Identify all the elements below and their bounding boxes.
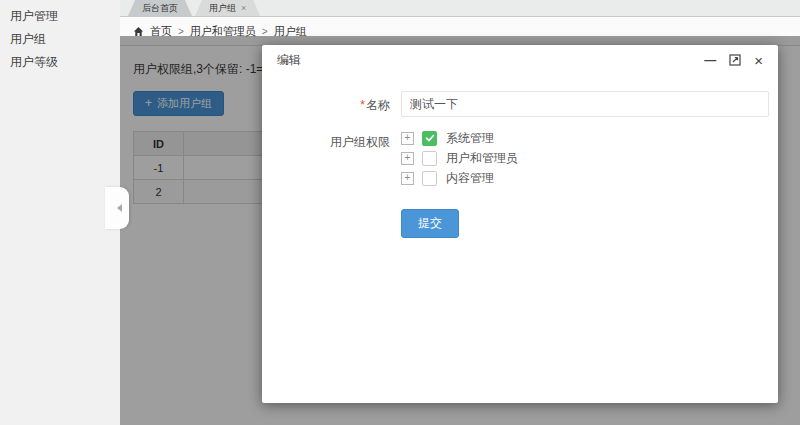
permissions-row: 用户组权限 + 系统管理 + 用户和管理员 + 内容管理 — [262, 128, 778, 188]
tree-label[interactable]: 系统管理 — [446, 130, 494, 147]
dialog-titlebar: 编辑 — × — [262, 45, 778, 75]
tree-node-content-management: + 内容管理 — [401, 168, 518, 188]
chevron-left-icon — [117, 204, 122, 212]
submit-button[interactable]: 提交 — [401, 209, 459, 238]
permissions-label: 用户组权限 — [262, 128, 390, 188]
edit-dialog: 编辑 — × *名称 用户组权限 + — [262, 45, 778, 403]
tab-close-icon[interactable]: × — [241, 3, 246, 13]
close-icon[interactable]: × — [754, 53, 763, 68]
tree-expand-icon[interactable]: + — [401, 132, 414, 145]
sidebar-item-user-management[interactable]: 用户管理 — [0, 5, 120, 28]
permission-tree: + 系统管理 + 用户和管理员 + 内容管理 — [401, 128, 518, 188]
tab-dashboard-label: 后台首页 — [142, 3, 178, 13]
tree-label[interactable]: 用户和管理员 — [446, 150, 518, 167]
name-label-text: 名称 — [366, 98, 390, 112]
dialog-controls: — × — [704, 53, 763, 68]
checkbox-system-management[interactable] — [422, 131, 437, 146]
tree-node-system: + 系统管理 — [401, 128, 518, 148]
name-input[interactable] — [401, 91, 769, 117]
sidebar-item-user-level[interactable]: 用户等级 — [0, 51, 120, 74]
name-field-row: *名称 — [262, 91, 778, 117]
tab-bar: 后台首页 用户组× — [120, 0, 800, 17]
tree-label[interactable]: 内容管理 — [446, 170, 494, 187]
maximize-icon[interactable] — [729, 54, 741, 66]
checkbox-users-admins[interactable] — [422, 151, 437, 166]
edit-form: *名称 用户组权限 + 系统管理 + 用户和管理员 — [262, 75, 778, 238]
required-mark: * — [360, 98, 365, 112]
sidebar: 用户管理 用户组 用户等级 — [0, 0, 120, 425]
checkbox-content-management[interactable] — [422, 171, 437, 186]
minimize-icon[interactable]: — — [704, 54, 716, 66]
check-icon — [425, 133, 435, 143]
tab-user-group[interactable]: 用户组× — [195, 0, 260, 16]
tab-user-group-label: 用户组 — [209, 3, 236, 13]
tab-dashboard[interactable]: 后台首页 — [128, 0, 192, 16]
sidebar-collapse-handle[interactable] — [105, 187, 129, 229]
tree-node-users-admins: + 用户和管理员 — [401, 148, 518, 168]
tree-expand-icon[interactable]: + — [401, 152, 414, 165]
name-label: *名称 — [262, 91, 390, 117]
dialog-title: 编辑 — [277, 45, 301, 75]
sidebar-item-user-group[interactable]: 用户组 — [0, 28, 120, 51]
tree-expand-icon[interactable]: + — [401, 172, 414, 185]
